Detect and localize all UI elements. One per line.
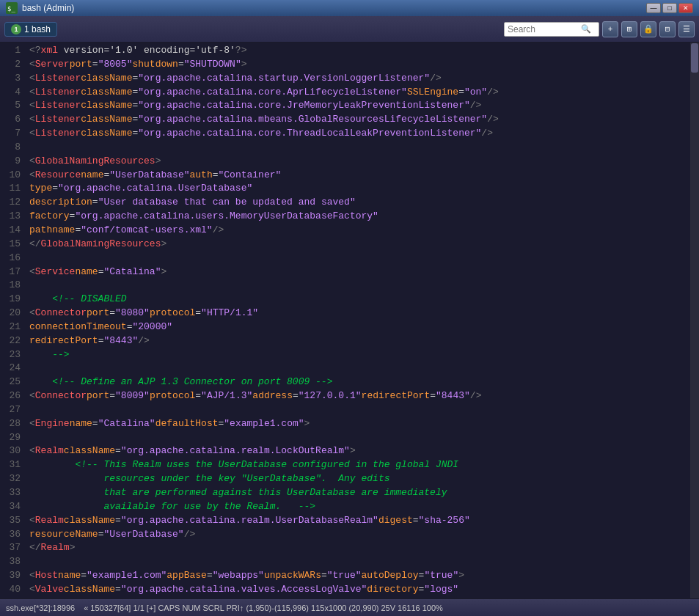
line-number: 14 [0,224,21,238]
line-number: 10 [0,169,21,183]
line-number: 13 [0,210,21,224]
line-number: 34 [0,500,21,514]
line-number: 35 [0,514,21,528]
line-number: 41 [0,597,21,598]
window-controls: — □ ✕ [646,3,693,13]
close-button[interactable]: ✕ [678,3,693,13]
line-number: 27 [0,403,21,417]
process-info: ssh.exe[*32]:18996 [6,604,75,612]
lock-button[interactable]: 🔒 [640,21,656,37]
search-button[interactable]: 🔍 [581,24,591,34]
scrollbar[interactable] [690,43,699,598]
code-line: <Realm className="org.apache.catalina.re… [26,444,690,458]
line-number: 40 [0,583,21,597]
code-line: <!-- DISABLED [26,293,690,307]
line-number: 21 [0,320,21,334]
code-line: pathname="conf/tomcat-users.xml" /> [26,224,690,238]
toolbar: 1 1 bash 🔍 + ⊞ 🔒 ⊟ ☰ [0,16,699,43]
code-line: <Valve className="org.apache.catalina.va… [26,583,690,597]
code-line: factory="org.apache.catalina.users.Memor… [26,210,690,224]
code-line: <Realm className="org.apache.catalina.re… [26,514,690,528]
scrollbar-thumb[interactable] [691,43,698,73]
code-area[interactable]: <?xml version='1.0' encoding='utf-8'?><S… [26,43,690,598]
minimize-button[interactable]: — [646,3,661,13]
code-line: <Listener className="org.apache.catalina… [26,99,690,113]
code-line: </Realm> [26,541,690,555]
line-number: 7 [0,127,21,141]
code-line: <Listener className="org.apache.catalina… [26,72,690,86]
line-number: 38 [0,555,21,569]
code-line [26,141,690,155]
code-line: <!-- This Realm uses the UserDatabase co… [26,458,690,472]
code-line: <Listener className="org.apache.catalina… [26,127,690,141]
line-number: 28 [0,417,21,431]
code-line: </GlobalNamingResources> [26,238,690,252]
line-number: 9 [0,155,21,169]
maximize-button[interactable]: □ [662,3,677,13]
line-number: 22 [0,334,21,348]
code-line: <Host name="example1.com" appBase="webap… [26,569,690,583]
code-line: redirectPort="8443" /> [26,334,690,348]
terminal-tab[interactable]: 1 1 bash [4,22,57,37]
line-number: 12 [0,196,21,210]
title-bar: $_ bash (Admin) — □ ✕ [0,0,699,16]
code-line: <?xml version='1.0' encoding='utf-8'?> [26,44,690,58]
code-line: connectionTimeout="20000" [26,320,690,334]
line-number: 36 [0,528,21,542]
code-line: type="org.apache.catalina.UserDatabase" [26,182,690,196]
line-number: 16 [0,252,21,265]
code-line: <Connector port="8080" protocol="HTTP/1.… [26,307,690,320]
line-number: 32 [0,472,21,486]
line-number: 24 [0,362,21,375]
code-line: that are performed against this UserData… [26,486,690,500]
line-number: 17 [0,265,21,279]
code-line: <GlobalNamingResources> [26,155,690,169]
line-number: 18 [0,279,21,293]
code-line: <Listener className="org.apache.catalina… [26,86,690,100]
code-line: available for use by the Realm. --> [26,500,690,514]
cursor-info: « 150327[64] 1/1 [+] CAPS NUM SCRL PRI↑ … [84,604,443,612]
bash-icon: $_ [6,2,18,14]
add-tab-button[interactable]: + [602,21,618,37]
search-box: 🔍 [504,22,599,37]
line-number: 3 [0,72,21,86]
code-line [26,279,690,293]
line-number: 19 [0,293,21,307]
tab-number-icon: 1 [11,24,21,34]
code-line: <Connector port="8009" protocol="AJP/1.3… [26,389,690,403]
split-button[interactable]: ⊟ [659,21,676,37]
code-line: prefix="example1.com_access_log" suffix=… [26,597,690,598]
line-numbers: 1234567891011121314151617181920212223242… [0,43,26,598]
line-number: 1 [0,44,21,58]
code-line: <Server port="8005" shutdown="SHUTDOWN"> [26,58,690,72]
code-line: <!-- Define an AJP 1.3 Connector on port… [26,375,690,389]
line-number: 39 [0,569,21,583]
line-number: 11 [0,182,21,196]
code-line [26,555,690,569]
line-number: 20 [0,307,21,320]
search-input[interactable] [508,24,581,34]
code-line [26,362,690,375]
code-line: --> [26,348,690,362]
editor-container: 1234567891011121314151617181920212223242… [0,43,699,598]
code-line: resources under the key "UserDatabase". … [26,472,690,486]
menu-button[interactable]: ☰ [678,21,695,37]
code-line: <Service name="Catalina"> [26,265,690,279]
view-button[interactable]: ⊞ [621,21,637,37]
code-line: <Engine name="Catalina" defaultHost="exa… [26,417,690,431]
status-bar: ssh.exe[*32]:18996 « 150327[64] 1/1 [+] … [0,598,699,616]
line-number: 25 [0,375,21,389]
code-line: description="User database that can be u… [26,196,690,210]
line-number: 26 [0,389,21,403]
line-number: 33 [0,486,21,500]
code-line [26,252,690,265]
line-number: 5 [0,99,21,113]
line-number: 2 [0,58,21,72]
code-line: resourceName="UserDatabase"/> [26,528,690,542]
line-number: 31 [0,458,21,472]
svg-text:$_: $_ [7,5,15,12]
code-line [26,403,690,417]
line-number: 4 [0,86,21,100]
line-number: 29 [0,431,21,445]
code-line: <Resource name="UserDatabase" auth="Cont… [26,169,690,183]
